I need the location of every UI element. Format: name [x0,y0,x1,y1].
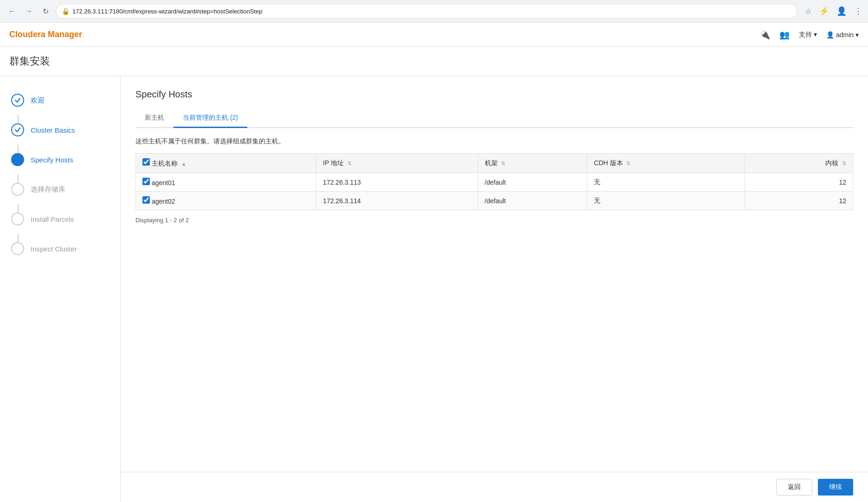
td-cdh-1: 无 [587,173,745,192]
sort-cores-icon[interactable]: ⇅ [842,161,846,166]
sidebar-item-welcome[interactable]: 欢迎 [0,85,120,115]
support-menu[interactable]: 支持 ▾ [799,31,817,39]
display-count: Displaying 1 - 2 of 2 [135,217,853,224]
tab-current-hosts[interactable]: 当前管理的主机 (2) [174,109,247,128]
th-rack: 机架 ⇅ [478,154,587,173]
table-row: agent01 172.26.3.113 /default 无 12 [136,173,853,192]
row1-checkbox[interactable] [142,178,150,185]
main-layout: 欢迎 Cluster Basics Specify Hosts 选择存储库 In… [0,76,868,502]
sidebar-label-cluster-basics: Cluster Basics [31,126,75,134]
tabs: 新主机 当前管理的主机 (2) [135,109,853,128]
td-ip-2: 172.26.3.114 [316,192,478,210]
th-ip: IP 地址 ⇅ [316,154,478,173]
extensions-icon[interactable]: ⚡ [819,6,829,16]
sort-ip-icon[interactable]: ⇅ [347,161,352,166]
th-cores: 内核 ⇅ [745,154,853,173]
sidebar-label-specify-hosts: Specify Hosts [31,156,73,164]
sort-hostname-icon[interactable]: ▲ [181,161,186,167]
logo-manager: Manager [48,30,82,39]
reload-button[interactable]: ↻ [39,5,52,18]
step-circle-welcome [11,94,24,107]
users-icon[interactable]: 👥 [779,30,790,40]
td-rack-1: /default [478,173,587,192]
menu-icon[interactable]: ⋮ [854,6,862,16]
app-header: Cloudera Manager 🔌 👥 支持 ▾ 👤 admin ▾ [0,23,868,47]
checkmark-icon-2 [14,127,21,133]
tab-new-hosts[interactable]: 新主机 [135,109,174,128]
plugins-icon[interactable]: 🔌 [760,30,770,40]
url-text: 172.26.3.111:7180/cmf/express-wizard/wiz… [72,8,262,15]
address-bar[interactable]: 🔒 172.26.3.111:7180/cmf/express-wizard/w… [56,4,797,19]
back-button[interactable]: ← [6,5,19,18]
checkmark-icon [14,97,21,103]
table-row: agent02 172.26.3.114 /default 无 12 [136,192,853,210]
sidebar-label-inspect-cluster: Inspect Cluster [31,245,77,253]
step-circle-inspect-cluster [11,242,24,255]
forward-button[interactable]: → [22,5,35,18]
host-description: 这些主机不属于任何群集。请选择组成群集的主机。 [135,137,853,146]
admin-menu[interactable]: 👤 admin ▾ [826,31,859,39]
th-hostname: 主机名称 ▲ [136,154,316,173]
step-circle-select-repo [11,183,24,196]
row2-checkbox[interactable] [142,196,150,204]
page-title-bar: 群集安装 [0,47,868,76]
th-cdh: CDH 版本 ⇅ [587,154,745,173]
browser-actions: ⚡ 👤 ⋮ [819,6,862,16]
table-header-row: 主机名称 ▲ IP 地址 ⇅ 机架 ⇅ CDH 版本 ⇅ [136,154,853,173]
page-title: 群集安装 [9,54,859,68]
browser-chrome: ← → ↻ 🔒 172.26.3.111:7180/cmf/express-wi… [0,0,868,23]
select-all-checkbox[interactable] [142,158,150,166]
td-hostname-1: agent01 [136,173,316,192]
step-circle-cluster-basics [11,123,24,136]
td-cores-2: 12 [745,192,853,210]
profile-icon[interactable]: 👤 [836,6,847,16]
sidebar-label-welcome: 欢迎 [31,96,45,105]
content-area: Specify Hosts 新主机 当前管理的主机 (2) 这些主机不属于任何群… [121,76,868,502]
footer: 返回 继续 [121,472,868,502]
host-table: 主机名称 ▲ IP 地址 ⇅ 机架 ⇅ CDH 版本 ⇅ [135,153,853,210]
back-button[interactable]: 返回 [776,479,812,496]
sidebar-label-install-parcels: Install Parcels [31,215,74,223]
step-circle-specify-hosts [11,153,24,166]
td-ip-1: 172.26.3.113 [316,173,478,192]
td-cores-1: 12 [745,173,853,192]
sort-cdh-icon[interactable]: ⇅ [626,161,630,166]
app-logo: Cloudera Manager [9,30,82,39]
bookmark-icon[interactable]: ☆ [805,7,811,16]
content-title: Specify Hosts [135,89,853,100]
header-right: 🔌 👥 支持 ▾ 👤 admin ▾ [760,30,859,40]
td-cdh-2: 无 [587,192,745,210]
sort-rack-icon[interactable]: ⇅ [501,161,505,166]
sidebar-label-select-repo: 选择存储库 [31,185,65,194]
step-circle-install-parcels [11,212,24,225]
td-rack-2: /default [478,192,587,210]
td-hostname-2: agent02 [136,192,316,210]
lock-icon: 🔒 [62,7,70,15]
sidebar: 欢迎 Cluster Basics Specify Hosts 选择存储库 In… [0,76,121,502]
logo-cloudera: Cloudera [9,30,45,39]
continue-button[interactable]: 继续 [818,479,853,496]
